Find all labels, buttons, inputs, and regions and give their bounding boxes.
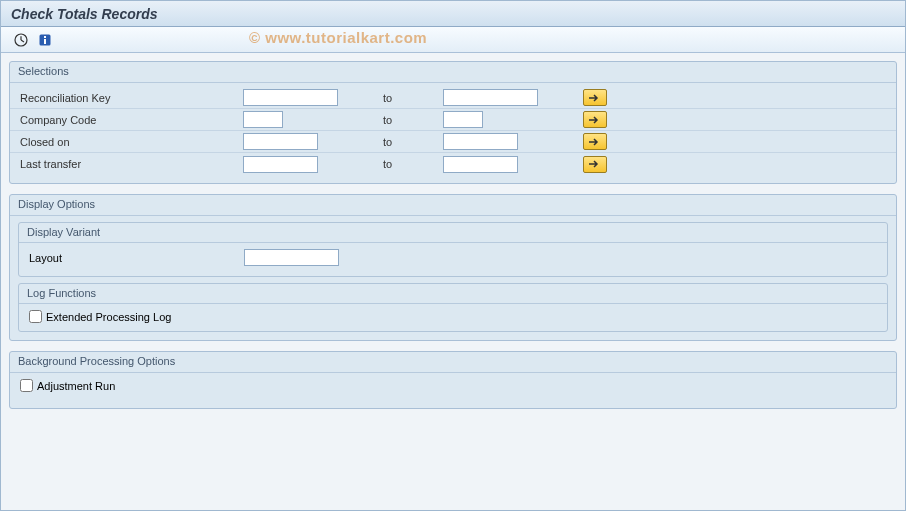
- extended-log-label: Extended Processing Log: [46, 311, 171, 323]
- label-last-transfer: Last transfer: [18, 158, 243, 170]
- selections-title: Selections: [10, 62, 896, 83]
- label-company-code: Company Code: [18, 114, 243, 126]
- svg-rect-5: [44, 39, 46, 44]
- to-label-0: to: [383, 92, 443, 104]
- company-code-from-input[interactable]: [243, 111, 283, 128]
- company-code-to-input[interactable]: [443, 111, 483, 128]
- label-reconciliation-key: Reconciliation Key: [18, 92, 243, 104]
- closed-on-to-input[interactable]: [443, 133, 518, 150]
- reconciliation-key-to-input[interactable]: [443, 89, 538, 106]
- log-functions-subgroup: Log Functions Extended Processing Log: [18, 283, 888, 332]
- adjustment-run-row: Adjustment Run: [10, 373, 896, 400]
- label-closed-on: Closed on: [18, 136, 243, 148]
- reconciliation-key-from-input[interactable]: [243, 89, 338, 106]
- multiple-selection-button-0[interactable]: [583, 89, 607, 106]
- execute-button[interactable]: [11, 30, 31, 50]
- display-options-title: Display Options: [10, 195, 896, 216]
- to-label-1: to: [383, 114, 443, 126]
- multiple-selection-button-2[interactable]: [583, 133, 607, 150]
- layout-row: Layout: [29, 249, 877, 266]
- execute-icon: [14, 33, 28, 47]
- arrow-right-icon: [588, 137, 602, 147]
- multiple-selection-button-1[interactable]: [583, 111, 607, 128]
- arrow-right-icon: [588, 115, 602, 125]
- page-title: Check Totals Records: [11, 6, 158, 22]
- svg-rect-4: [44, 36, 46, 38]
- log-functions-title: Log Functions: [19, 284, 887, 304]
- row-company-code: Company Code to: [10, 109, 896, 131]
- display-variant-title: Display Variant: [19, 223, 887, 243]
- extended-log-checkbox[interactable]: [29, 310, 42, 323]
- info-icon: [38, 33, 52, 47]
- row-last-transfer: Last transfer to: [10, 153, 896, 175]
- adjustment-run-checkbox[interactable]: [20, 379, 33, 392]
- closed-on-from-input[interactable]: [243, 133, 318, 150]
- selections-group: Selections Reconciliation Key to Company…: [9, 61, 897, 184]
- bg-options-title: Background Processing Options: [10, 352, 896, 373]
- to-label-2: to: [383, 136, 443, 148]
- arrow-right-icon: [588, 159, 602, 169]
- watermark: © www.tutorialkart.com: [249, 29, 427, 46]
- to-label-3: to: [383, 158, 443, 170]
- extended-log-row: Extended Processing Log: [19, 304, 887, 331]
- last-transfer-from-input[interactable]: [243, 156, 318, 173]
- layout-label: Layout: [29, 252, 244, 264]
- arrow-right-icon: [588, 93, 602, 103]
- row-closed-on: Closed on to: [10, 131, 896, 153]
- svg-line-2: [21, 40, 24, 42]
- title-bar: Check Totals Records: [1, 1, 905, 27]
- adjustment-run-label: Adjustment Run: [37, 380, 115, 392]
- bg-options-group: Background Processing Options Adjustment…: [9, 351, 897, 409]
- last-transfer-to-input[interactable]: [443, 156, 518, 173]
- info-button[interactable]: [35, 30, 55, 50]
- layout-input[interactable]: [244, 249, 339, 266]
- display-variant-subgroup: Display Variant Layout: [18, 222, 888, 277]
- display-options-group: Display Options Display Variant Layout L…: [9, 194, 897, 341]
- content-area: Selections Reconciliation Key to Company…: [1, 53, 905, 427]
- toolbar: © www.tutorialkart.com: [1, 27, 905, 53]
- multiple-selection-button-3[interactable]: [583, 156, 607, 173]
- row-reconciliation-key: Reconciliation Key to: [10, 87, 896, 109]
